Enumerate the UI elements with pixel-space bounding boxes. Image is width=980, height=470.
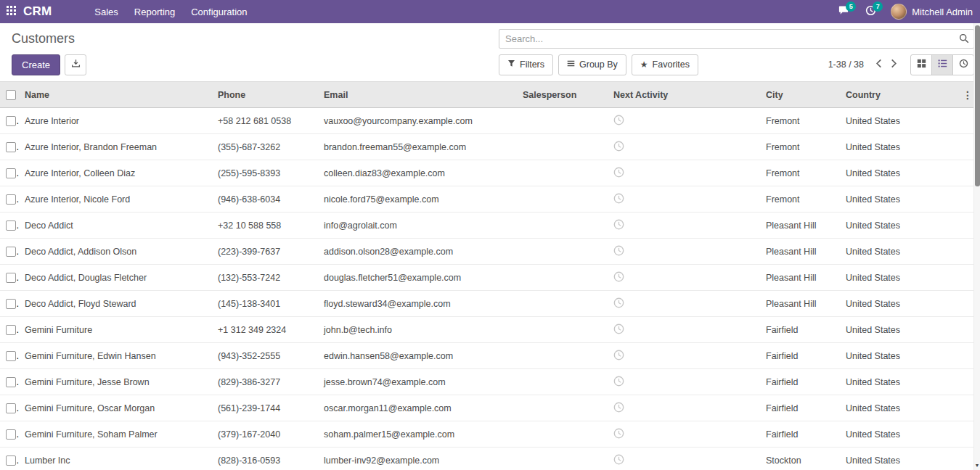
customer-next-activity (608, 343, 760, 369)
column-header-city[interactable]: City (760, 82, 840, 108)
next-activity-clock-icon[interactable] (613, 219, 624, 230)
next-activity-clock-icon[interactable] (613, 271, 624, 282)
navbar-systray: 5 7 Mitchell Admin (836, 0, 973, 23)
vertical-scrollbar[interactable]: ▼ (973, 23, 980, 470)
customer-next-activity (608, 186, 760, 213)
customer-city: Pleasant Hill (760, 213, 840, 239)
top-navbar: CRM Sales Reporting Configuration 5 7 (0, 0, 980, 23)
activities-button[interactable]: 7 (864, 0, 878, 23)
row-checkbox[interactable] (6, 220, 16, 231)
table-row[interactable]: Azure Interior +58 212 681 0538 vauxoo@y… (0, 108, 980, 134)
next-activity-clock-icon[interactable] (613, 193, 624, 204)
table-row[interactable]: Deco Addict, Douglas Fletcher (132)-553-… (0, 265, 980, 291)
menu-reporting[interactable]: Reporting (126, 0, 183, 23)
optional-columns-icon[interactable]: ⋮ (922, 89, 974, 101)
next-activity-clock-icon[interactable] (613, 350, 624, 360)
messages-button[interactable]: 5 (836, 0, 851, 23)
menu-sales[interactable]: Sales (86, 0, 126, 23)
table-row[interactable]: Azure Interior, Brandon Freeman (355)-68… (0, 134, 980, 160)
app-title[interactable]: CRM (23, 4, 52, 19)
customer-name: Azure Interior, Colleen Diaz (19, 160, 212, 186)
create-button[interactable]: Create (12, 54, 60, 75)
row-checkbox[interactable] (6, 455, 16, 466)
group-by-button[interactable]: Group By (558, 54, 626, 75)
customer-country: United States (840, 160, 916, 186)
table-row[interactable]: Gemini Furniture +1 312 349 2324 john.b@… (0, 317, 980, 343)
table-row[interactable]: Azure Interior, Nicole Ford (946)-638-60… (0, 186, 980, 213)
next-activity-clock-icon[interactable] (613, 376, 624, 387)
next-activity-clock-icon[interactable] (613, 115, 624, 125)
activity-view-button[interactable] (952, 54, 974, 75)
customer-name: Gemini Furniture, Jesse Brown (19, 369, 212, 395)
customer-next-activity (608, 369, 760, 395)
select-all-checkbox[interactable] (6, 90, 16, 100)
column-header-salesperson[interactable]: Salesperson (517, 82, 608, 108)
row-checkbox[interactable] (6, 429, 16, 440)
scrollbar-thumb[interactable] (975, 25, 980, 186)
column-header-country[interactable]: Country (840, 82, 916, 108)
next-activity-clock-icon[interactable] (613, 245, 624, 256)
next-activity-clock-icon[interactable] (613, 454, 624, 465)
customer-salesperson (517, 395, 608, 421)
export-button[interactable] (65, 54, 86, 75)
row-checkbox[interactable] (6, 351, 16, 361)
table-row[interactable]: Deco Addict, Addison Olson (223)-399-763… (0, 239, 980, 265)
row-checkbox[interactable] (6, 116, 16, 126)
row-checkbox[interactable] (6, 142, 16, 152)
column-header-email[interactable]: Email (318, 82, 517, 108)
row-checkbox[interactable] (6, 377, 16, 387)
breadcrumb[interactable]: Customers (12, 31, 75, 46)
row-extra-cell (916, 134, 980, 160)
list-view-button[interactable] (931, 54, 953, 75)
next-activity-clock-icon[interactable] (613, 141, 624, 152)
table-row[interactable]: Gemini Furniture, Jesse Brown (829)-386-… (0, 369, 980, 395)
filters-button[interactable]: Filters (499, 54, 553, 75)
customer-city: Fairfield (760, 421, 840, 448)
pager-previous-button[interactable] (871, 57, 886, 72)
pager-counter: 1-38 / 38 (828, 59, 864, 70)
customer-city: Pleasant Hill (760, 291, 840, 317)
table-row[interactable]: Deco Addict +32 10 588 558 info@agrolait… (0, 213, 980, 239)
favorites-button[interactable]: ★ Favorites (632, 54, 698, 75)
pager-next-button[interactable] (886, 57, 902, 72)
customer-next-activity (608, 239, 760, 265)
menu-configuration[interactable]: Configuration (183, 0, 255, 23)
customer-email: floyd.steward34@example.com (318, 291, 517, 317)
table-row[interactable]: Gemini Furniture, Soham Palmer (379)-167… (0, 421, 980, 448)
row-checkbox[interactable] (6, 194, 16, 205)
table-row[interactable]: Gemini Furniture, Edwin Hansen (943)-352… (0, 343, 980, 369)
row-checkbox[interactable] (6, 168, 16, 178)
column-header-phone[interactable]: Phone (212, 82, 318, 108)
kanban-view-button[interactable] (910, 54, 932, 75)
customer-table: Name Phone Email Salesperson Next Activi… (0, 81, 980, 470)
customer-city: Fairfield (760, 395, 840, 421)
customer-country: United States (840, 369, 916, 395)
next-activity-clock-icon[interactable] (613, 428, 624, 439)
next-activity-clock-icon[interactable] (613, 297, 624, 308)
customer-salesperson (517, 317, 608, 343)
apps-menu-button[interactable] (0, 0, 22, 23)
search-icon[interactable] (955, 33, 973, 44)
table-row[interactable]: Lumber Inc (828)-316-0593 lumber-inv92@e… (0, 448, 980, 470)
row-checkbox[interactable] (6, 299, 16, 309)
next-activity-clock-icon[interactable] (613, 167, 624, 178)
column-header-next-activity[interactable]: Next Activity (608, 82, 760, 108)
row-checkbox[interactable] (6, 403, 16, 413)
user-menu[interactable]: Mitchell Admin (891, 4, 973, 20)
row-checkbox[interactable] (6, 273, 16, 283)
table-row[interactable]: Deco Addict, Floyd Steward (145)-138-340… (0, 291, 980, 317)
search-input[interactable] (499, 33, 955, 44)
customer-next-activity (608, 421, 760, 448)
row-checkbox[interactable] (6, 325, 16, 335)
table-row[interactable]: Azure Interior, Colleen Diaz (255)-595-8… (0, 160, 980, 186)
customer-email: colleen.diaz83@example.com (318, 160, 517, 186)
navbar-left: CRM Sales Reporting Configuration (0, 0, 256, 23)
next-activity-clock-icon[interactable] (613, 323, 624, 334)
column-header-name[interactable]: Name (19, 82, 212, 108)
table-row[interactable]: Gemini Furniture, Oscar Morgan (561)-239… (0, 395, 980, 421)
row-checkbox[interactable] (6, 247, 16, 257)
scrollbar-down-arrow[interactable]: ▼ (974, 462, 980, 469)
customer-salesperson (517, 369, 608, 395)
row-extra-cell (916, 291, 980, 317)
next-activity-clock-icon[interactable] (613, 402, 624, 413)
